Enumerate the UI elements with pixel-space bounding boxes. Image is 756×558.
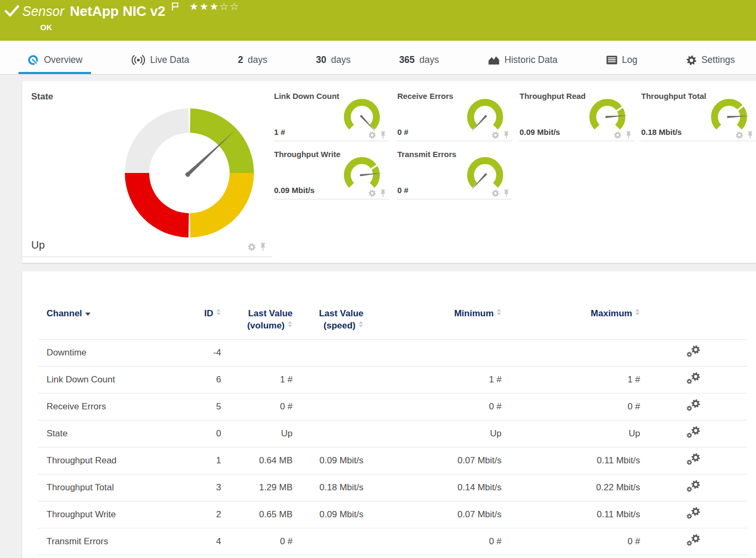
column-header-last_speed[interactable]: Last Value(speed)	[293, 307, 363, 340]
tab-live-data[interactable]: Live Data	[123, 48, 198, 74]
tab-365-days-label: days	[420, 54, 439, 66]
gear-icon[interactable]	[368, 131, 376, 139]
channel-settings-button[interactable]	[686, 377, 702, 387]
gear-icon[interactable]	[368, 189, 376, 197]
gauge-panel-state: State Up	[22, 81, 272, 257]
tab-log[interactable]: Log	[598, 48, 646, 74]
sort-icon	[497, 309, 502, 315]
column-header-line1: Last Value	[221, 307, 293, 319]
table-row-transmit-errors[interactable]: Transmit Errors40 #0 #0 #	[38, 528, 747, 555]
flag-icon[interactable]	[171, 2, 179, 13]
throughput-read-value: 0.09 Mbit/s	[520, 127, 560, 136]
maximum-cell: 0.11 Mbit/s	[502, 447, 640, 474]
table-row-receive-errors[interactable]: Receive Errors50 #0 #0 #	[38, 394, 747, 420]
last_speed-cell	[293, 394, 363, 420]
table-row-throughput-write[interactable]: Throughput Write20.65 MB0.09 Mbit/s0.07 …	[38, 501, 747, 528]
throughput-read-panel-icons	[614, 131, 632, 139]
last_volume-cell: 0.64 MB	[221, 447, 293, 474]
object-kind-label: Sensor	[22, 4, 64, 19]
priority-stars[interactable]: ★★★☆☆	[189, 1, 240, 13]
tab-30-days-label: days	[331, 54, 351, 66]
tab-settings[interactable]: Settings	[678, 48, 743, 74]
sort-icon	[288, 321, 293, 327]
channel-settings-button[interactable]	[686, 539, 702, 549]
maximum-cell: 0.11 Mbit/s	[502, 501, 640, 528]
column-header-line1: Last Value	[293, 307, 363, 319]
channel-actions-cell	[640, 447, 747, 474]
tab-live-data-label: Live Data	[150, 54, 189, 66]
gear-icon[interactable]	[248, 243, 256, 251]
tab-overview[interactable]: Overview	[19, 48, 91, 74]
gauge-panel-receive-errors: Receive Errors 0 #	[397, 87, 512, 141]
last_speed-cell: 0.09 Mbit/s	[293, 501, 363, 528]
gear-icon[interactable]	[735, 131, 743, 139]
table-row-throughput-read[interactable]: Throughput Read10.64 MB0.09 Mbit/s0.07 M…	[38, 447, 747, 474]
minimum-cell: Up	[363, 420, 502, 447]
tab-30-days[interactable]: 30days	[307, 48, 359, 74]
channel-cell: Throughput Read	[38, 447, 197, 474]
log-icon	[606, 56, 617, 65]
table-row-throughput-total[interactable]: Throughput Total31.29 MB0.18 Mbit/s0.14 …	[38, 474, 747, 501]
throughput-total-label: Throughput Total	[641, 92, 706, 100]
tab-bar: Overview Live Data2days30days365days His…	[0, 41, 756, 75]
table-row-state[interactable]: State0UpUpUp	[38, 420, 747, 447]
tab-2-days[interactable]: 2days	[230, 48, 276, 74]
last_volume-cell: 1 #	[221, 367, 293, 394]
pin-icon[interactable]	[503, 189, 509, 197]
state-gauge-label: State	[31, 92, 53, 102]
id-cell: 0	[197, 420, 221, 447]
sort-icon	[216, 309, 221, 315]
id-cell: 1	[197, 447, 221, 474]
minimum-cell: 0 #	[363, 394, 502, 420]
tab-historic-data-label: Historic Data	[505, 54, 558, 66]
throughput-read-label: Throughput Read	[520, 92, 586, 100]
column-header-actions	[640, 307, 747, 340]
gauge-icon	[27, 54, 39, 66]
last_volume-cell	[221, 340, 293, 367]
tab-30-days-number: 30	[316, 54, 326, 66]
channel-cell: Throughput Write	[38, 501, 197, 528]
sensor-title: NetApp NIC v2	[70, 3, 166, 20]
column-header-line2: (speed)	[293, 319, 363, 332]
pin-icon[interactable]	[625, 131, 632, 139]
minimum-cell: 0 #	[363, 528, 502, 555]
column-header-channel[interactable]: Channel	[38, 307, 197, 340]
channel-settings-button[interactable]	[686, 485, 702, 495]
last_volume-cell: 1.29 MB	[221, 474, 293, 501]
gear-icon[interactable]	[614, 131, 622, 139]
column-header-maximum[interactable]: Maximum	[502, 307, 640, 340]
pin-icon[interactable]	[747, 131, 753, 139]
column-header-minimum[interactable]: Minimum	[363, 307, 502, 340]
column-header-last_volume[interactable]: Last Value(volume)	[221, 307, 293, 340]
gear-icon[interactable]	[491, 131, 499, 139]
id-cell: 6	[197, 367, 221, 394]
id-cell: 3	[197, 474, 221, 501]
column-header-id[interactable]: ID	[197, 307, 221, 340]
last_volume-cell: 0.65 MB	[221, 501, 293, 528]
state-gauge-value: Up	[31, 239, 45, 251]
tab-365-days-number: 365	[399, 54, 415, 66]
pin-icon[interactable]	[503, 131, 509, 139]
channel-settings-button[interactable]	[686, 458, 702, 468]
pin-icon[interactable]	[380, 189, 386, 197]
channel-settings-button[interactable]	[686, 404, 702, 414]
pin-icon[interactable]	[380, 131, 386, 139]
gear-icon[interactable]	[491, 189, 499, 197]
channel-actions-cell	[640, 394, 747, 420]
tab-365-days[interactable]: 365days	[391, 48, 448, 74]
throughput-write-panel-icons	[368, 189, 386, 197]
last_speed-cell	[293, 528, 363, 555]
channel-settings-button[interactable]	[686, 431, 702, 441]
channel-cell: Receive Errors	[38, 394, 197, 420]
sensor-status-banner: Sensor NetApp NIC v2 ★★★☆☆ OK	[0, 0, 756, 41]
channel-actions-cell	[640, 367, 747, 394]
receive-errors-label: Receive Errors	[397, 92, 453, 100]
receive-errors-value: 0 #	[397, 127, 408, 136]
channel-settings-button[interactable]	[686, 350, 702, 360]
pin-icon[interactable]	[260, 243, 266, 251]
table-row-link-down-count[interactable]: Link Down Count61 #1 #1 #	[38, 367, 747, 394]
tab-historic-data[interactable]: Historic Data	[479, 48, 566, 74]
tab-overview-label: Overview	[44, 54, 83, 66]
channel-settings-button[interactable]	[686, 512, 702, 522]
table-row-downtime[interactable]: Downtime-4	[38, 340, 747, 367]
